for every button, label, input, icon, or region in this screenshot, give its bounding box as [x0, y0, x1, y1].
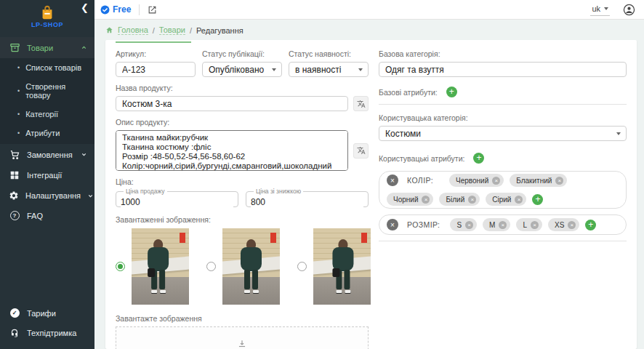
chip-label: Чорний	[393, 196, 418, 204]
sidebar-item-product-list[interactable]: Список товарів	[0, 58, 94, 77]
description-textarea[interactable]: Тканина майки:рубчик Тканина костюму :фл…	[116, 130, 348, 171]
product-photo[interactable]	[132, 228, 189, 305]
sidebar-item-categories[interactable]: Категорії	[0, 105, 94, 124]
chip-remove-icon[interactable]	[468, 196, 476, 204]
product-name-input[interactable]	[116, 96, 348, 111]
add-attribute-value-button[interactable]	[585, 220, 596, 230]
photo-person-figure	[145, 239, 172, 299]
photo-red-sign	[180, 233, 186, 243]
chip-remove-icon[interactable]	[492, 177, 500, 185]
shop-bag-logo-icon	[39, 4, 56, 20]
sidebar-item-orders[interactable]: Замовлення	[0, 144, 94, 165]
support-headset-icon	[9, 328, 20, 338]
chip-remove-icon[interactable]	[568, 221, 576, 229]
uploaded-image-item	[297, 228, 371, 305]
content-area: Головна / Товари / Редагування Артикул:	[94, 20, 644, 349]
person-handbag	[332, 268, 339, 277]
discount-price-input[interactable]	[251, 197, 363, 207]
add-base-attribute-button[interactable]	[446, 87, 457, 97]
sidebar-item-settings[interactable]: Налаштування	[0, 185, 94, 206]
breadcrumb-products-link[interactable]: Товари	[159, 25, 185, 35]
attribute-value-chip[interactable]: Чорний	[387, 193, 433, 206]
chevron-down-icon	[81, 151, 87, 158]
edit-product-card: Артикул: Статус публікації: Опубліковано…	[105, 40, 637, 349]
plan-badge[interactable]: Free	[100, 4, 131, 15]
attribute-value-chip[interactable]: XS	[548, 218, 579, 231]
publish-status-value: Опубліковано	[209, 65, 264, 75]
product-photo[interactable]	[222, 228, 280, 305]
attribute-value-chip[interactable]: Білий	[439, 193, 480, 206]
chip-remove-icon[interactable]	[422, 196, 430, 204]
person-handbag	[148, 268, 155, 277]
discount-price-field: Ціна зі знижкою	[246, 188, 369, 207]
sidebar-submenu-products: Список товарів Створення товару Категорі…	[0, 58, 94, 144]
image-select-radio[interactable]	[116, 262, 125, 271]
sale-price-input[interactable]	[121, 197, 233, 207]
photo-person-figure	[238, 239, 265, 299]
sidebar-item-support[interactable]: Техпідтримка	[0, 323, 94, 343]
attribute-value-chip[interactable]: Сірий	[486, 193, 526, 206]
stock-status-select[interactable]: в наявності	[289, 62, 369, 77]
chip-remove-icon[interactable]	[465, 221, 473, 229]
uploaded-images-label: Завантаженні зображення:	[116, 215, 369, 224]
person-shoes	[330, 290, 356, 293]
sidebar-collapse-icon[interactable]: ❮	[81, 3, 89, 12]
uploaded-image-item	[116, 228, 189, 305]
chip-remove-icon[interactable]	[555, 177, 563, 185]
sku-label: Артикул:	[116, 49, 196, 58]
sidebar-item-faq[interactable]: ? FAQ	[0, 206, 94, 225]
base-category-input[interactable]	[379, 62, 627, 77]
publish-status-select[interactable]: Опубліковано	[202, 62, 282, 77]
sidebar-item-products[interactable]: Товари	[0, 37, 94, 58]
sidebar-item-attributes[interactable]: Атрибути	[0, 124, 94, 143]
chip-remove-icon[interactable]	[531, 221, 539, 229]
sku-input[interactable]	[116, 62, 196, 77]
sidebar-group-products: Товари Список товарів Створення товару К…	[0, 37, 94, 144]
open-in-new-icon[interactable]	[148, 5, 157, 15]
home-icon[interactable]	[105, 26, 113, 34]
translate-description-button[interactable]	[353, 143, 369, 159]
breadcrumb-home-link[interactable]: Головна	[118, 25, 148, 35]
attribute-value-chip[interactable]: L	[516, 218, 542, 231]
user-category-select[interactable]: Костюми	[379, 126, 627, 141]
attribute-value-chip[interactable]: Червоний	[449, 174, 504, 187]
attribute-remove-button[interactable]	[387, 174, 398, 186]
attribute-remove-button[interactable]	[387, 219, 398, 230]
attribute-rows: КОЛІР:ЧервонийБлакитнийЧорнийБілийСірийР…	[379, 171, 627, 235]
sidebar-subitem-label: Атрибути	[25, 129, 60, 137]
attribute-value-chip[interactable]: S	[450, 218, 477, 231]
image-select-radio[interactable]	[206, 262, 216, 271]
topbar: Free uk	[94, 0, 644, 20]
account-avatar-icon[interactable]	[623, 4, 635, 16]
attribute-value-chip[interactable]: M	[483, 218, 510, 231]
attribute-name-label: КОЛІР:	[407, 176, 439, 185]
chip-label: Блакитний	[516, 177, 552, 185]
sidebar-item-label: Інтеграції	[27, 171, 62, 180]
chip-label: Білий	[446, 196, 464, 204]
chevron-down-icon	[272, 68, 276, 71]
chip-remove-icon[interactable]	[499, 221, 507, 229]
sale-price-field: Ціна продажу	[116, 188, 238, 207]
sidebar-item-integrations[interactable]: Інтеграції	[0, 165, 94, 185]
image-upload-dropzone[interactable]	[116, 326, 369, 349]
chip-remove-icon[interactable]	[515, 196, 523, 204]
image-select-radio[interactable]	[297, 262, 307, 271]
sidebar-nav: Товари Список товарів Створення товару К…	[0, 37, 94, 225]
chevron-down-icon	[616, 132, 621, 135]
verified-badge-icon	[100, 5, 110, 15]
topbar-divider	[139, 4, 140, 15]
language-selector[interactable]: uk	[590, 3, 610, 16]
sidebar-item-label: Тарифи	[27, 309, 56, 318]
attribute-value-chip[interactable]: Блакитний	[510, 174, 567, 187]
product-photo[interactable]	[313, 228, 371, 305]
add-user-attribute-button[interactable]	[473, 153, 484, 164]
user-category-label: Користувацька категорія:	[379, 113, 627, 122]
chevron-down-icon	[87, 193, 94, 199]
sidebar-item-tariffs[interactable]: ✓ Тарифи	[0, 303, 94, 323]
sidebar-item-create-product[interactable]: Створення товару	[0, 77, 94, 105]
add-attribute-value-button[interactable]	[532, 194, 543, 205]
chip-label: L	[523, 221, 527, 229]
sidebar-item-label: Техпідтримка	[27, 329, 76, 337]
translate-name-button[interactable]	[353, 96, 369, 111]
translate-icon	[357, 100, 366, 108]
